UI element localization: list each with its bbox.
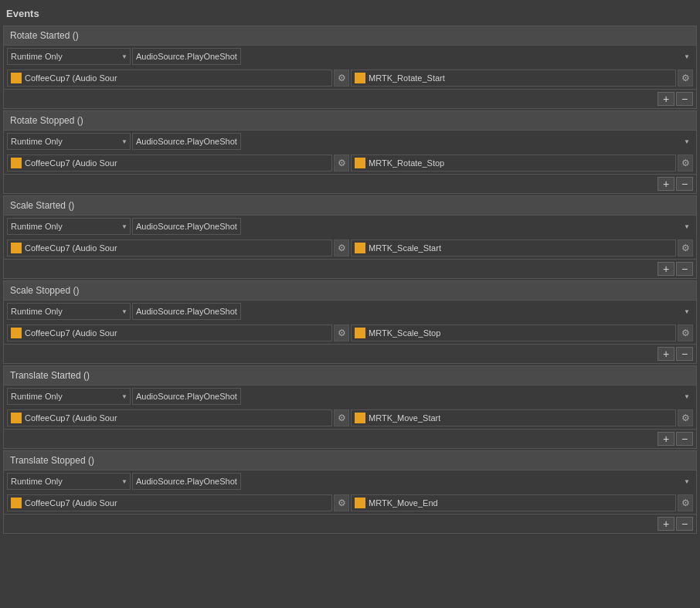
title-text: Events: [6, 8, 39, 19]
remove-button-rotate-started[interactable]: −: [676, 92, 693, 106]
function-label-scale-started: MRTK_Scale_Start: [369, 243, 441, 253]
object-icon-rotate-stopped: [11, 158, 22, 168]
event-section-translate-stopped: Translate Stopped () Runtime Only AudioS…: [3, 450, 697, 534]
function-gear-btn-scale-stopped[interactable]: ⚙: [678, 324, 693, 341]
action-row-translate-stopped: + −: [4, 514, 696, 533]
function-gear-btn-translate-stopped[interactable]: ⚙: [678, 494, 693, 511]
method-dropdown-rotate-stopped[interactable]: AudioSource.PlayOneShot: [132, 133, 241, 150]
add-button-translate-stopped[interactable]: +: [658, 517, 675, 531]
object-icon-translate-stopped: [11, 498, 22, 508]
object-icon-scale-started: [11, 243, 22, 253]
remove-button-translate-started[interactable]: −: [676, 432, 693, 446]
function-gear-btn-scale-started[interactable]: ⚙: [678, 239, 693, 256]
event-section-translate-started: Translate Started () Runtime Only AudioS…: [3, 365, 697, 449]
object-label-translate-stopped: CoffeeCup7 (Audio Sour: [25, 498, 117, 508]
method-dropdown-translate-started[interactable]: AudioSource.PlayOneShot: [132, 388, 241, 405]
object-field-rotate-started[interactable]: CoffeeCup7 (Audio Sour: [7, 70, 332, 87]
runtime-dropdown-wrapper-translate-started[interactable]: Runtime Only: [7, 388, 131, 405]
object-row-scale-stopped: CoffeeCup7 (Audio Sour ⚙ MRTK_Scale_Stop…: [4, 322, 696, 344]
function-icon-translate-stopped: [355, 498, 365, 508]
event-section-scale-started: Scale Started () Runtime Only AudioSourc…: [3, 195, 697, 279]
event-section-scale-stopped: Scale Stopped () Runtime Only AudioSourc…: [3, 280, 697, 364]
runtime-dropdown-wrapper-rotate-stopped[interactable]: Runtime Only: [7, 133, 131, 150]
method-dropdown-wrapper-translate-stopped[interactable]: AudioSource.PlayOneShot: [132, 473, 693, 490]
object-gear-btn-translate-stopped[interactable]: ⚙: [334, 494, 349, 511]
action-row-scale-started: + −: [4, 259, 696, 278]
function-gear-btn-rotate-stopped[interactable]: ⚙: [678, 155, 693, 172]
function-field-rotate-stopped[interactable]: MRTK_Rotate_Stop: [351, 155, 676, 172]
object-label-scale-stopped: CoffeeCup7 (Audio Sour: [25, 328, 117, 338]
object-field-translate-started[interactable]: CoffeeCup7 (Audio Sour: [7, 409, 332, 426]
function-icon-rotate-stopped: [355, 158, 365, 168]
method-dropdown-rotate-started[interactable]: AudioSource.PlayOneShot: [132, 48, 241, 65]
event-title-translate-stopped: Translate Stopped (): [4, 451, 696, 470]
object-field-rotate-stopped[interactable]: CoffeeCup7 (Audio Sour: [7, 155, 332, 172]
object-icon-rotate-started: [11, 73, 22, 83]
function-label-translate-stopped: MRTK_Move_End: [369, 498, 438, 508]
object-gear-btn-rotate-stopped[interactable]: ⚙: [334, 155, 349, 172]
object-label-scale-started: CoffeeCup7 (Audio Sour: [25, 243, 117, 253]
method-dropdown-wrapper-rotate-stopped[interactable]: AudioSource.PlayOneShot: [132, 133, 693, 150]
function-field-translate-stopped[interactable]: MRTK_Move_End: [351, 494, 676, 511]
function-gear-btn-rotate-started[interactable]: ⚙: [678, 70, 693, 87]
add-button-scale-started[interactable]: +: [658, 262, 675, 276]
function-gear-btn-translate-started[interactable]: ⚙: [678, 409, 693, 426]
method-dropdown-wrapper-rotate-started[interactable]: AudioSource.PlayOneShot: [132, 48, 693, 65]
function-field-translate-started[interactable]: MRTK_Move_Start: [351, 409, 676, 426]
method-dropdown-wrapper-translate-started[interactable]: AudioSource.PlayOneShot: [132, 388, 693, 405]
runtime-row-scale-stopped: Runtime Only AudioSource.PlayOneShot: [4, 301, 696, 322]
method-dropdown-scale-started[interactable]: AudioSource.PlayOneShot: [132, 218, 241, 235]
runtime-row-rotate-stopped: Runtime Only AudioSource.PlayOneShot: [4, 131, 696, 152]
action-row-rotate-started: + −: [4, 89, 696, 108]
function-icon-rotate-started: [355, 73, 365, 83]
object-row-scale-started: CoffeeCup7 (Audio Sour ⚙ MRTK_Scale_Star…: [4, 237, 696, 259]
object-field-scale-started[interactable]: CoffeeCup7 (Audio Sour: [7, 239, 332, 256]
object-gear-btn-scale-started[interactable]: ⚙: [334, 239, 349, 256]
runtime-dropdown-rotate-started[interactable]: Runtime Only: [7, 48, 131, 65]
runtime-dropdown-rotate-stopped[interactable]: Runtime Only: [7, 133, 131, 150]
runtime-dropdown-translate-started[interactable]: Runtime Only: [7, 388, 131, 405]
runtime-row-translate-stopped: Runtime Only AudioSource.PlayOneShot: [4, 470, 696, 492]
runtime-dropdown-wrapper-translate-stopped[interactable]: Runtime Only: [7, 473, 131, 490]
method-dropdown-wrapper-scale-started[interactable]: AudioSource.PlayOneShot: [132, 218, 693, 235]
function-icon-translate-started: [355, 413, 365, 423]
function-field-rotate-started[interactable]: MRTK_Rotate_Start: [351, 70, 676, 87]
object-field-scale-stopped[interactable]: CoffeeCup7 (Audio Sour: [7, 324, 332, 341]
object-row-translate-started: CoffeeCup7 (Audio Sour ⚙ MRTK_Move_Start…: [4, 407, 696, 429]
function-icon-scale-stopped: [355, 328, 365, 338]
remove-button-scale-stopped[interactable]: −: [676, 347, 693, 361]
action-row-translate-started: + −: [4, 429, 696, 448]
function-label-translate-started: MRTK_Move_Start: [369, 413, 440, 423]
function-label-rotate-stopped: MRTK_Rotate_Stop: [369, 158, 444, 168]
add-button-rotate-stopped[interactable]: +: [658, 177, 675, 191]
object-gear-btn-translate-started[interactable]: ⚙: [334, 409, 349, 426]
object-gear-btn-rotate-started[interactable]: ⚙: [334, 70, 349, 87]
remove-button-scale-started[interactable]: −: [676, 262, 693, 276]
events-panel: Events Rotate Started () Runtime Only Au…: [0, 0, 700, 538]
runtime-dropdown-wrapper-scale-stopped[interactable]: Runtime Only: [7, 303, 131, 320]
runtime-dropdown-scale-started[interactable]: Runtime Only: [7, 218, 131, 235]
function-field-scale-started[interactable]: MRTK_Scale_Start: [351, 239, 676, 256]
event-section-rotate-stopped: Rotate Stopped () Runtime Only AudioSour…: [3, 110, 697, 194]
add-button-rotate-started[interactable]: +: [658, 92, 675, 106]
runtime-dropdown-wrapper-rotate-started[interactable]: Runtime Only: [7, 48, 131, 65]
object-label-rotate-started: CoffeeCup7 (Audio Sour: [25, 73, 117, 83]
add-button-scale-stopped[interactable]: +: [658, 347, 675, 361]
object-label-translate-started: CoffeeCup7 (Audio Sour: [25, 413, 117, 423]
event-title-translate-started: Translate Started (): [4, 366, 696, 386]
method-dropdown-wrapper-scale-stopped[interactable]: AudioSource.PlayOneShot: [132, 303, 693, 320]
method-dropdown-scale-stopped[interactable]: AudioSource.PlayOneShot: [132, 303, 241, 320]
object-gear-btn-scale-stopped[interactable]: ⚙: [334, 324, 349, 341]
runtime-dropdown-translate-stopped[interactable]: Runtime Only: [7, 473, 131, 490]
function-field-scale-stopped[interactable]: MRTK_Scale_Stop: [351, 324, 676, 341]
remove-button-rotate-stopped[interactable]: −: [676, 177, 693, 191]
add-button-translate-started[interactable]: +: [658, 432, 675, 446]
runtime-dropdown-scale-stopped[interactable]: Runtime Only: [7, 303, 131, 320]
runtime-row-scale-started: Runtime Only AudioSource.PlayOneShot: [4, 216, 696, 237]
action-row-rotate-stopped: + −: [4, 174, 696, 193]
object-field-translate-stopped[interactable]: CoffeeCup7 (Audio Sour: [7, 494, 332, 511]
runtime-dropdown-wrapper-scale-started[interactable]: Runtime Only: [7, 218, 131, 235]
remove-button-translate-stopped[interactable]: −: [676, 517, 693, 531]
method-dropdown-translate-stopped[interactable]: AudioSource.PlayOneShot: [132, 473, 241, 490]
object-row-rotate-stopped: CoffeeCup7 (Audio Sour ⚙ MRTK_Rotate_Sto…: [4, 152, 696, 174]
